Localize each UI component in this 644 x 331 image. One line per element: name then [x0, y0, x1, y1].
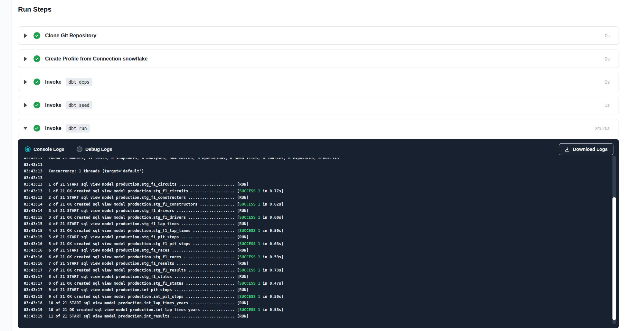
log-time: 03:43:13: [24, 182, 43, 187]
steps-list: Clone Git Repository 0s Create Profile f…: [18, 26, 619, 137]
log-text: 9 of 21 OK created sql view model produc…: [49, 294, 237, 299]
log-text: in 0.60s]: [260, 215, 283, 220]
log-line: 03:43:165 of 21 OK created sql view mode…: [24, 241, 619, 247]
log-text: [RUN]: [237, 314, 249, 318]
run-step-row[interactable]: Invoke dbt run 2m 26s: [18, 119, 619, 137]
log-line: 03:43:11: [24, 161, 619, 168]
run-steps-page: Run Steps Clone Git Repository 0s Create…: [12, 0, 644, 328]
log-text: Concurrency: 1 threads (target='default'…: [49, 169, 144, 173]
log-success: SUCCESS 1: [239, 281, 260, 286]
log-text: 3 of 21 START sql view model production.…: [49, 208, 237, 213]
log-line: 03:43:189 of 21 OK created sql view mode…: [24, 293, 619, 300]
log-line: 03:43:154 of 21 START sql view model pro…: [24, 221, 619, 227]
log-text: 2 of 21 START sql view model production.…: [49, 195, 237, 200]
log-line: 03:43:142 of 21 OK created sql view mode…: [24, 201, 619, 208]
console-scrollbar-track[interactable]: [612, 156, 616, 324]
log-text: [RUN]: [237, 261, 249, 266]
success-check-icon: [33, 55, 40, 62]
log-time: 03:43:14: [24, 202, 43, 207]
log-line: 03:43:131 of 21 OK created sql view mode…: [24, 188, 619, 195]
step-duration: 0s: [605, 33, 610, 38]
download-icon: [565, 147, 570, 152]
debug-logs-radio[interactable]: Debug Logs: [77, 146, 112, 152]
log-text: 11 of 21 START sql view model production…: [49, 314, 237, 318]
log-time: 03:43:17: [24, 274, 43, 279]
log-text: in 0.77s]: [260, 189, 283, 193]
log-line: 03:43:154 of 21 OK created sql view mode…: [24, 227, 619, 234]
log-text: in 0.47s]: [260, 281, 283, 286]
log-line: 03:43:179 of 21 START sql view model pro…: [24, 287, 619, 293]
log-time: 03:43:15: [24, 228, 43, 233]
console-topbar: Console Logs Debug Logs Download Logs: [18, 139, 619, 158]
log-text: 6 of 21 START sql view model production.…: [49, 248, 237, 253]
chevron-icon[interactable]: [23, 127, 28, 130]
step-name: Invoke: [45, 79, 62, 85]
log-line: 03:43:132 of 21 START sql view model pro…: [24, 194, 619, 201]
log-line: 03:43:167 of 21 START sql view model pro…: [24, 260, 619, 267]
step-name: Invoke: [45, 102, 62, 108]
log-lines: 03:43:11Found 21 models, 17 tests, 0 sna…: [24, 158, 619, 320]
log-success: SUCCESS 1: [239, 255, 260, 259]
step-duration: 0s: [605, 79, 610, 85]
log-text: [RUN]: [237, 182, 249, 187]
debug-logs-label: Debug Logs: [85, 147, 112, 152]
console-logs-radio[interactable]: Console Logs: [25, 146, 64, 152]
left-gutter: [0, 0, 12, 331]
chevron-icon[interactable]: [23, 57, 28, 61]
step-duration: 1s: [605, 103, 610, 108]
log-time: 03:43:15: [24, 215, 43, 220]
log-line: 03:43:1911 of 21 START sql view model pr…: [24, 313, 619, 320]
log-line: 03:43:153 of 21 OK created sql view mode…: [24, 214, 619, 221]
log-success: SUCCESS 1: [239, 242, 260, 246]
radio-unselected-icon: [77, 146, 82, 152]
run-step-row[interactable]: Create Profile from Connection snowflake…: [18, 50, 619, 68]
log-text: 1 of 21 OK created sql view model produc…: [49, 189, 237, 193]
log-text: in 0.62s]: [260, 202, 283, 207]
log-line: 03:43:177 of 21 OK created sql view mode…: [24, 267, 619, 274]
log-text: 3 of 21 OK created sql view model produc…: [49, 215, 237, 220]
success-check-icon: [33, 102, 40, 108]
log-time: 03:43:18: [24, 301, 43, 305]
page-title: Run Steps: [18, 5, 619, 14]
log-success: SUCCESS 1: [239, 268, 260, 272]
log-time: 03:43:18: [24, 294, 43, 299]
log-time: 03:43:13: [24, 189, 43, 193]
step-name: Create Profile from Connection snowflake: [45, 56, 147, 62]
run-step-row[interactable]: Invoke dbt deps 0s: [18, 73, 619, 91]
log-text: 7 of 21 OK created sql view model produc…: [49, 268, 237, 272]
log-time: 03:43:17: [24, 268, 43, 272]
step-command-badge: dbt deps: [66, 78, 92, 86]
log-line: 03:43:143 of 21 START sql view model pro…: [24, 207, 619, 214]
log-line: 03:43:1910 of 21 OK created sql view mod…: [24, 307, 619, 313]
download-logs-button[interactable]: Download Logs: [559, 143, 613, 155]
log-text: [RUN]: [237, 195, 249, 200]
run-step-row[interactable]: Clone Git Repository 0s: [18, 26, 619, 45]
log-line: 03:43:166 of 21 OK created sql view mode…: [24, 254, 619, 261]
console-scrollbar-thumb[interactable]: [612, 197, 616, 320]
log-time: 03:43:13: [24, 169, 43, 173]
log-text: 9 of 21 START sql view model production.…: [49, 288, 237, 292]
log-success: SUCCESS 1: [239, 189, 260, 193]
chevron-icon[interactable]: [23, 33, 28, 38]
log-success: SUCCESS 1: [239, 228, 260, 233]
run-step-row[interactable]: Invoke dbt seed 1s: [18, 96, 619, 114]
log-text: 5 of 21 START sql view model production.…: [49, 235, 237, 239]
log-success: SUCCESS 1: [239, 215, 260, 220]
log-time: 03:43:19: [24, 308, 43, 312]
log-line: 03:43:178 of 21 START sql view model pro…: [24, 273, 619, 280]
log-time: 03:43:16: [24, 261, 43, 266]
chevron-icon[interactable]: [23, 80, 28, 84]
log-line: 03:43:166 of 21 START sql view model pro…: [24, 247, 619, 254]
log-viewport[interactable]: 03:43:11Found 21 models, 17 tests, 0 sna…: [18, 158, 619, 325]
step-command-badge: dbt seed: [66, 101, 92, 109]
log-time: 03:43:11: [24, 162, 43, 167]
chevron-icon[interactable]: [23, 103, 28, 107]
log-time: 03:43:14: [24, 208, 43, 213]
step-duration: 0s: [605, 56, 610, 61]
log-text: 10 of 21 START sql view model production…: [49, 301, 237, 305]
log-time: 03:43:15: [24, 235, 43, 239]
log-text: [RUN]: [237, 248, 249, 253]
log-time: 03:43:16: [24, 255, 43, 259]
log-text: in 0.53s]: [260, 308, 283, 312]
log-text: in 0.59s]: [260, 255, 283, 259]
